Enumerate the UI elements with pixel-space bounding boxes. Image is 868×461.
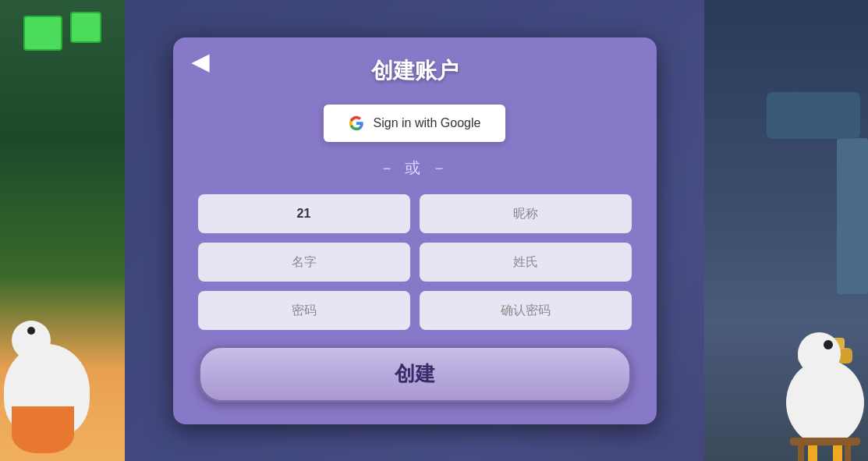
back-button[interactable]: ◀ [186, 48, 215, 76]
confirm-password-input[interactable] [420, 291, 632, 330]
nickname-input[interactable] [420, 194, 632, 233]
duck-left [4, 344, 90, 438]
google-icon [349, 115, 364, 131]
firstname-input[interactable] [198, 243, 410, 282]
green-box-2 [70, 12, 101, 43]
left-background [0, 0, 125, 461]
create-button[interactable]: 创建 [198, 346, 632, 402]
or-divider: － 或 － [198, 158, 632, 179]
google-signin-button[interactable]: Sign in with Google [324, 105, 506, 142]
google-signin-label: Sign in with Google [374, 116, 481, 130]
green-box-1 [23, 16, 62, 51]
form-grid [198, 194, 632, 330]
lastname-input[interactable] [420, 243, 632, 282]
machine [767, 92, 860, 139]
right-background [704, 0, 868, 461]
pipe [837, 138, 868, 294]
duck-right [786, 360, 864, 445]
modal-overlay: ◀ 创建账户 Sign in with Google － 或 － [125, 0, 704, 461]
username-input[interactable] [198, 194, 410, 233]
password-input[interactable] [198, 291, 410, 330]
create-account-modal: ◀ 创建账户 Sign in with Google － 或 － [173, 37, 657, 424]
modal-title: 创建账户 [198, 56, 632, 86]
